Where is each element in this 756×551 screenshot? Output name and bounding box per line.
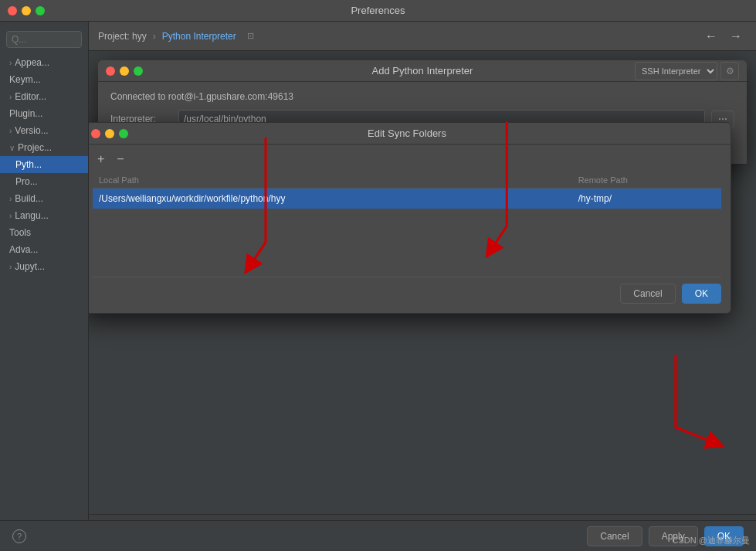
sidebar-item-tools[interactable]: Tools	[0, 224, 88, 241]
sidebar-item-label: Projec...	[18, 142, 52, 153]
minimize-button[interactable]	[22, 6, 31, 15]
connected-row: Connected to root@i-1.gpushare.com:49613	[110, 91, 734, 102]
sync-title-bar: Edit Sync Folders	[89, 123, 731, 145]
sidebar-item-label: Keym...	[9, 74, 41, 85]
remote-path-cell: /hy-tmp/	[572, 189, 721, 209]
sync-maximize-button[interactable]	[119, 129, 128, 138]
sidebar: › Appea... Keym... › Editor... Plugin...…	[0, 22, 89, 551]
maximize-button[interactable]	[36, 6, 45, 15]
sidebar-search-input[interactable]	[6, 31, 82, 48]
content-header: Project: hyy › Python Interpreter ⊡ ← →	[89, 22, 756, 51]
question-mark-icon[interactable]: ?	[12, 529, 26, 543]
content-area: Project: hyy › Python Interpreter ⊡ ← →	[89, 22, 756, 551]
header-nav: ← →	[700, 28, 747, 45]
sync-empty-row	[93, 209, 721, 270]
sidebar-item-label: Build...	[15, 193, 43, 204]
col-remote-path: Remote Path	[572, 172, 721, 189]
dialog-window-controls	[106, 66, 143, 76]
breadcrumb-project: Project: hyy	[98, 31, 147, 42]
dialog-title-text: Add Python Interpreter	[372, 65, 473, 77]
sidebar-item-jupyter[interactable]: › Jupyt...	[0, 258, 88, 275]
sidebar-item-languages[interactable]: › Langu...	[0, 207, 88, 224]
dialog-title-bar: Add Python Interpreter SSH Interpreter ⚙	[98, 60, 747, 82]
sync-body: + − Local Path Remote Path	[89, 145, 731, 313]
dialog-minimize-button[interactable]	[120, 66, 129, 76]
sidebar-item-project[interactable]: ∨ Projec...	[0, 139, 88, 156]
sidebar-item-label: Appea...	[15, 57, 49, 68]
main-layout: › Appea... Keym... › Editor... Plugin...…	[0, 22, 756, 551]
sidebar-item-editor[interactable]: › Editor...	[0, 88, 88, 105]
sync-title-text: Edit Sync Folders	[368, 128, 446, 139]
sync-ok-button[interactable]: OK	[682, 284, 721, 304]
nav-back-button[interactable]: ←	[700, 28, 722, 45]
sync-cancel-button[interactable]: Cancel	[620, 284, 675, 304]
sync-add-button[interactable]: +	[93, 151, 109, 168]
main-cancel-button[interactable]: Cancel	[587, 526, 642, 546]
watermark: CSDN @迪菲赫尔曼	[673, 535, 750, 546]
sync-table: Local Path Remote Path /Users/weiliangxu…	[93, 172, 721, 270]
sync-remove-button[interactable]: −	[112, 151, 128, 168]
connected-label: Connected to root@i-1.gpushare.com:49613	[110, 91, 293, 102]
dialog-actions: SSH Interpreter ⚙	[635, 62, 739, 80]
chevron-icon: ›	[9, 195, 12, 203]
sidebar-item-plugins[interactable]: Plugin...	[0, 105, 88, 122]
sidebar-item-label: Langu...	[15, 210, 48, 221]
sidebar-item-label: Tools	[9, 227, 31, 238]
sidebar-item-label: Pro...	[15, 176, 38, 187]
sidebar-item-label: Plugin...	[9, 108, 42, 119]
nav-forward-button[interactable]: →	[725, 28, 747, 45]
sync-folders-dialog: Edit Sync Folders + −	[89, 122, 731, 314]
dialog-body: Connected to root@i-1.gpushare.com:49613…	[98, 82, 747, 164]
window-controls	[8, 6, 45, 15]
sidebar-item-appearance[interactable]: › Appea...	[0, 54, 88, 71]
sync-toolbar: + −	[93, 151, 721, 168]
sync-close-button[interactable]	[91, 129, 100, 138]
interpreter-type-select[interactable]: SSH Interpreter	[635, 62, 717, 80]
preferences-bottom-bar: ? Cancel Apply OK	[0, 520, 756, 551]
chevron-icon: ›	[9, 93, 12, 101]
sidebar-item-label: Adva...	[9, 244, 38, 255]
sidebar-item-build[interactable]: › Build...	[0, 190, 88, 207]
sidebar-item-project-structure[interactable]: Pro...	[0, 173, 88, 190]
sidebar-item-label: Editor...	[15, 91, 46, 102]
sync-window-controls	[91, 129, 128, 138]
sidebar-item-advanced[interactable]: Adva...	[0, 241, 88, 258]
chevron-down-icon: ∨	[9, 144, 15, 152]
breadcrumb-page: Python Interpreter	[162, 31, 236, 42]
chevron-icon: ›	[9, 263, 12, 271]
breadcrumb-icon: ⊡	[247, 31, 254, 41]
sidebar-item-version[interactable]: › Versio...	[0, 122, 88, 139]
col-local-path: Local Path	[93, 172, 572, 189]
dialog-maximize-button[interactable]	[134, 66, 143, 76]
sync-minimize-button[interactable]	[105, 129, 114, 138]
chevron-icon: ›	[9, 127, 12, 135]
sidebar-item-label: Pyth...	[15, 159, 42, 170]
sidebar-item-keymap[interactable]: Keym...	[0, 71, 88, 88]
sync-footer: Cancel OK	[93, 277, 721, 304]
title-bar: Preferences	[0, 0, 756, 22]
sidebar-item-label: Jupyt...	[15, 261, 45, 272]
dialog-close-button[interactable]	[106, 66, 115, 76]
close-button[interactable]	[8, 6, 17, 15]
breadcrumb-separator: ›	[153, 31, 156, 42]
content-body: Add Python Interpreter SSH Interpreter ⚙…	[89, 51, 756, 514]
sync-table-row[interactable]: /Users/weiliangxu/workdir/workfile/pytho…	[93, 189, 721, 209]
local-path-cell: /Users/weiliangxu/workdir/workfile/pytho…	[93, 189, 572, 209]
dialog-container: Add Python Interpreter SSH Interpreter ⚙…	[98, 60, 747, 164]
dialog-settings-button[interactable]: ⚙	[720, 62, 739, 80]
add-interpreter-dialog: Add Python Interpreter SSH Interpreter ⚙…	[98, 60, 747, 164]
chevron-icon: ›	[9, 59, 12, 67]
window-title: Preferences	[351, 5, 405, 16]
chevron-icon: ›	[9, 212, 12, 220]
sidebar-item-python-interpreter[interactable]: Pyth...	[0, 156, 88, 173]
sidebar-item-label: Versio...	[15, 125, 48, 136]
